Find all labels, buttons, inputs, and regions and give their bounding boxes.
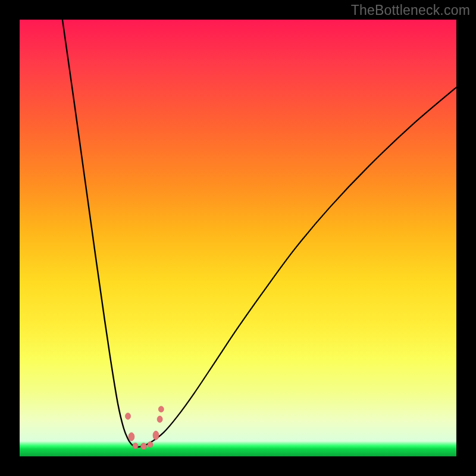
data-marker <box>158 406 164 412</box>
watermark-text: TheBottleneck.com <box>351 2 470 18</box>
data-marker <box>148 441 153 447</box>
data-marker <box>153 431 159 440</box>
chart-svg <box>20 20 456 456</box>
curve-left <box>62 20 136 447</box>
data-marker <box>126 413 131 419</box>
data-marker <box>140 443 146 450</box>
plot-area <box>20 20 456 456</box>
chart-frame: TheBottleneck.com <box>0 0 476 476</box>
data-marker <box>133 443 138 449</box>
curve-right <box>136 87 456 447</box>
curve-group <box>62 20 456 447</box>
data-marker <box>129 433 134 441</box>
data-marker <box>157 416 162 422</box>
